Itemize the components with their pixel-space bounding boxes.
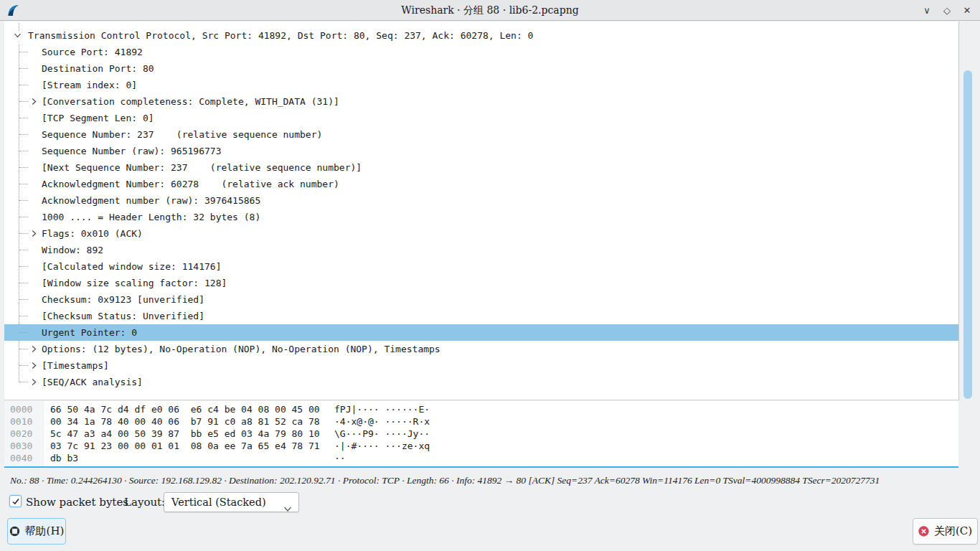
tree-row[interactable]: Window: 892 <box>4 242 958 258</box>
tree-row[interactable]: [Window size scaling factor: 128] <box>4 275 958 291</box>
tree-row[interactable]: Flags: 0x010 (ACK) <box>4 225 958 242</box>
hex-row-ascii[interactable]: fPJ|···· ······E· <box>334 404 430 415</box>
expander-collapsed-icon[interactable] <box>30 362 38 369</box>
tree-row[interactable]: Transmission Control Protocol, Src Port:… <box>4 27 958 44</box>
chevron-down-icon <box>283 499 292 518</box>
tree-row[interactable]: [TCP Segment Len: 0] <box>4 110 958 126</box>
tree-row[interactable]: [Next Sequence Number: 237 (relative seq… <box>4 159 958 176</box>
tree-row[interactable]: Source Port: 41892 <box>4 44 958 60</box>
hex-row[interactable]: 000066 50 4a 7c d4 df e0 06 e6 c4 be 04 … <box>4 403 958 415</box>
tree-row-label: Acknowledgment number (raw): 3976415865 <box>4 195 260 206</box>
window-title: Wireshark · 分组 88 · lib6-2.pcapng <box>0 0 980 21</box>
hex-row-ascii[interactable]: ·· <box>334 453 346 463</box>
hex-row-bytes[interactable]: 03 7c 91 23 00 00 01 01 08 0a ee 7a 65 e… <box>50 440 330 452</box>
hex-row-offset: 0030 <box>10 440 40 452</box>
layout-dropdown[interactable]: Vertical (Stacked) <box>164 492 299 512</box>
tree-row[interactable]: Sequence Number: 237 (relative sequence … <box>4 126 958 143</box>
tree-row[interactable]: Urgent Pointer: 0 <box>4 324 958 341</box>
hex-row-offset: 0000 <box>10 403 40 415</box>
tree-row[interactable]: 1000 .... = Header Length: 32 bytes (8) <box>4 209 958 225</box>
tree-row-label: [Checksum Status: Unverified] <box>4 311 204 321</box>
tree-row[interactable]: Acknowledgment number (raw): 3976415865 <box>4 192 958 209</box>
expander-collapsed-icon[interactable] <box>30 378 38 386</box>
close-button-label: 关闭(C) <box>934 524 972 538</box>
help-button-label: 帮助(H) <box>25 524 65 538</box>
controls-row: Show packet bytes Layout: Vertical (Stac… <box>0 491 980 514</box>
tree-row-label: [TCP Segment Len: 0] <box>4 113 154 123</box>
tree-row-label: Transmission Control Protocol, Src Port:… <box>4 30 533 41</box>
tree-row-label: Options: (12 bytes), No-Operation (NOP),… <box>4 344 440 354</box>
hex-row-offset: 0010 <box>10 415 40 428</box>
hex-row[interactable]: 0040db b3·· <box>4 452 958 464</box>
tree-row[interactable]: [Conversation completeness: Complete, WI… <box>4 93 958 110</box>
help-lifebuoy-icon <box>9 526 20 537</box>
tree-row[interactable]: [Stream index: 0] <box>4 77 958 93</box>
hex-row-bytes[interactable]: 5c 47 a3 a4 00 50 39 87 bb e5 ed 03 4a 7… <box>50 428 330 440</box>
hex-row[interactable]: 001000 34 1a 78 40 00 40 06 b7 91 c0 a8 … <box>4 415 958 428</box>
tree-row-label: Flags: 0x010 (ACK) <box>4 228 143 239</box>
close-icon[interactable]: ✕ <box>961 5 973 17</box>
expander-collapsed-icon[interactable] <box>30 230 38 237</box>
tree-row-label: 1000 .... = Header Length: 32 bytes (8) <box>4 212 260 222</box>
scrollbar-thumb[interactable] <box>963 70 972 399</box>
hex-row-offset: 0020 <box>10 428 40 440</box>
tree-row-label: Acknowledgment Number: 60278 (relative a… <box>4 179 339 189</box>
tree-row-label: Destination Port: 80 <box>4 63 154 74</box>
packet-detail-tree-rows: Transmission Control Protocol, Src Port:… <box>4 22 958 390</box>
tree-row[interactable]: Acknowledgment Number: 60278 (relative a… <box>4 176 958 192</box>
layout-label: Layout: <box>124 491 165 514</box>
hex-row-ascii[interactable]: ·|·#···· ···ze·xq <box>334 441 430 451</box>
packet-bytes-pane: 000066 50 4a 7c d4 df e0 06 e6 c4 be 04 … <box>4 401 958 468</box>
maximize-icon[interactable]: ◇ <box>941 5 953 17</box>
hex-row-ascii[interactable]: \G···P9· ····Jy·· <box>334 428 430 439</box>
tree-row[interactable]: Checksum: 0x9123 [unverified] <box>4 291 958 308</box>
expander-expanded-icon[interactable] <box>14 32 22 39</box>
tree-row-label: Source Port: 41892 <box>4 47 143 57</box>
expander-collapsed-icon[interactable] <box>30 345 38 353</box>
tree-row-label: [Window size scaling factor: 128] <box>4 278 227 288</box>
tree-row[interactable]: [Checksum Status: Unverified] <box>4 308 958 324</box>
tree-row-label: Urgent Pointer: 0 <box>4 327 137 338</box>
hex-row-bytes[interactable]: 00 34 1a 78 40 00 40 06 b7 91 c0 a8 81 5… <box>50 415 330 428</box>
tree-row[interactable]: Sequence Number (raw): 965196773 <box>4 143 958 159</box>
show-packet-bytes-label[interactable]: Show packet bytes <box>26 491 128 514</box>
tree-row-label: Checksum: 0x9123 [unverified] <box>4 294 204 305</box>
tree-row-label: [Stream index: 0] <box>4 80 137 90</box>
tree-row-label: [Timestamps] <box>4 360 109 371</box>
expander-collapsed-icon[interactable] <box>30 98 38 105</box>
tree-row[interactable]: Destination Port: 80 <box>4 60 958 77</box>
hex-rows: 000066 50 4a 7c d4 df e0 06 e6 c4 be 04 … <box>4 401 958 464</box>
tree-row-label: Sequence Number: 237 (relative sequence … <box>4 129 322 140</box>
hex-row-bytes[interactable]: db b3 <box>50 452 330 464</box>
window-controls: ∨ ◇ ✕ <box>921 0 973 21</box>
close-dialog-button[interactable]: 关闭(C) <box>913 518 978 545</box>
help-button[interactable]: 帮助(H) <box>7 518 66 545</box>
hex-row-bytes[interactable]: 66 50 4a 7c d4 df e0 06 e6 c4 be 04 08 0… <box>50 403 330 415</box>
close-circle-icon <box>918 526 929 537</box>
hex-row-ascii[interactable]: ·4·x@·@· ·····R·x <box>334 416 430 427</box>
tree-row[interactable]: [Calculated window size: 114176] <box>4 258 958 275</box>
tree-row-label: [Calculated window size: 114176] <box>4 261 221 272</box>
hex-row-offset: 0040 <box>10 452 40 464</box>
checkmark-icon <box>11 497 20 506</box>
tree-row-label: [Conversation completeness: Complete, WI… <box>4 96 339 107</box>
packet-detail-tree: Transmission Control Protocol, Src Port:… <box>4 22 958 400</box>
packet-summary-line: No.: 88 · Time: 0.244264130 · Source: 19… <box>10 475 971 486</box>
hex-row[interactable]: 003003 7c 91 23 00 00 01 01 08 0a ee 7a … <box>4 440 958 452</box>
tree-row-label: Window: 892 <box>4 245 103 255</box>
hex-row[interactable]: 00205c 47 a3 a4 00 50 39 87 bb e5 ed 03 … <box>4 428 958 440</box>
tree-row[interactable]: Options: (12 bytes), No-Operation (NOP),… <box>4 341 958 357</box>
tree-row[interactable]: [SEQ/ACK analysis] <box>4 374 958 390</box>
tree-row-label: [Next Sequence Number: 237 (relative seq… <box>4 162 362 173</box>
tree-row-label: [SEQ/ACK analysis] <box>4 377 143 387</box>
titlebar: Wireshark · 分组 88 · lib6-2.pcapng ∨ ◇ ✕ <box>0 0 980 21</box>
scrollbar[interactable] <box>958 22 980 400</box>
tree-row-label: Sequence Number (raw): 965196773 <box>4 146 221 156</box>
layout-dropdown-value: Vertical (Stacked) <box>171 496 266 508</box>
show-packet-bytes-checkbox[interactable] <box>9 495 22 507</box>
minimize-icon[interactable]: ∨ <box>921 5 933 17</box>
tree-row[interactable]: [Timestamps] <box>4 357 958 374</box>
